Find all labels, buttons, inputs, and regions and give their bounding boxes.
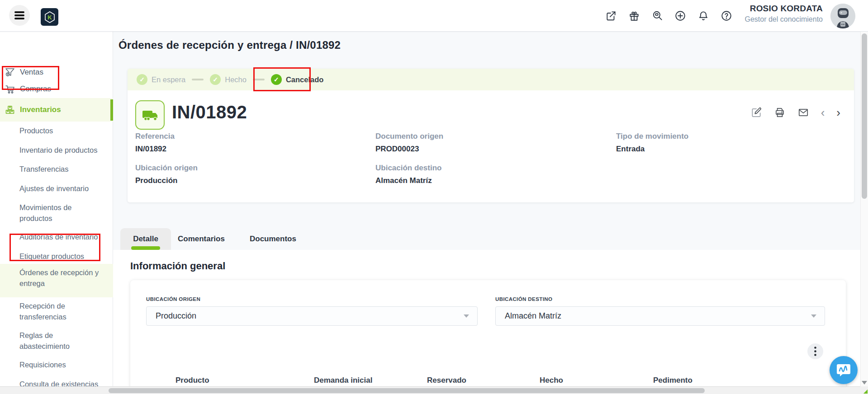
hamburger-icon — [14, 10, 24, 21]
inventory-boxes-icon — [5, 104, 15, 115]
section-heading: Información general — [130, 260, 225, 272]
vertical-scrollbar[interactable] — [860, 32, 868, 386]
tab-label: Documentos — [250, 235, 296, 244]
sidebar-item-ordenes-de-recepcion-y-entrega[interactable]: Órdenes de recepción y entrega — [19, 267, 100, 289]
tab-label: Comentarios — [178, 235, 225, 244]
field-value: Producción — [135, 176, 178, 185]
scroll-down-arrow-icon[interactable] — [862, 381, 867, 385]
sidebar-item-label: Ventas — [20, 68, 43, 77]
breadcrumb: Órdenes de recepción y entrega / IN/0189… — [119, 39, 341, 52]
status-step-label: Hecho — [225, 75, 247, 84]
sidebar-item-label: Productos — [19, 127, 53, 135]
sidebar-item-label: Transferencias — [19, 165, 69, 173]
cart-icon — [5, 84, 15, 94]
user-block[interactable]: ROSIO KORDATA Gestor del conocimiento — [651, 4, 823, 23]
hexagon-logo-icon: K — [43, 10, 57, 24]
sidebar-item-auditorias-de-inventario[interactable]: Auditorías de inventario — [19, 231, 108, 242]
top-bar: K ROSIO KORDATA Gestor del conocimiento — [0, 0, 868, 32]
user-name: ROSIO KORDATA — [651, 4, 823, 14]
tab-documentos[interactable]: Documentos — [250, 228, 296, 250]
horizontal-scrollbar[interactable] — [0, 386, 868, 394]
sidebar-item-label: Inventarios — [20, 105, 61, 114]
hamburger-menu-button[interactable] — [9, 5, 30, 26]
check-icon: ✓ — [137, 74, 147, 85]
truck-icon-badge — [135, 100, 165, 130]
sidebar-item-label: Auditorías de inventario — [19, 233, 98, 241]
avatar[interactable] — [830, 4, 855, 28]
field-label: Referencia — [135, 132, 175, 141]
sidebar-item-label: Órdenes de recepción y entrega — [19, 268, 99, 287]
field-label: Tipo de movimiento — [616, 132, 688, 141]
kebab-menu-icon — [814, 347, 816, 356]
sidebar-item-productos[interactable]: Productos — [19, 125, 102, 136]
more-options-button[interactable] — [807, 343, 823, 359]
order-card: ✓ En espera ✓ Hecho ✓ Cancelado IN/01892 — [128, 69, 854, 202]
edit-icon[interactable] — [750, 107, 762, 118]
table-header-reservado: Reservado — [427, 376, 466, 385]
truck-icon — [141, 106, 160, 125]
email-icon[interactable] — [797, 107, 809, 118]
sidebar-item-label: Inventario de productos — [19, 146, 97, 154]
ubicacion-destino-select[interactable]: Almacén Matríz — [495, 306, 825, 326]
field-value: Entrada — [616, 145, 645, 154]
sidebar-item-label: Movimientos de productos — [19, 203, 72, 222]
step-divider — [192, 79, 204, 80]
next-record-icon[interactable]: › — [836, 107, 840, 118]
sidebar: Ventas Compras Inventarios Productos Inv… — [0, 32, 113, 394]
status-step-hecho[interactable]: ✓ Hecho — [210, 74, 247, 85]
select-value: Almacén Matríz — [505, 311, 811, 321]
tab-label: Detalle — [133, 235, 158, 244]
chevron-down-icon — [464, 314, 469, 318]
select-label: UBICACIÓN DESTINO — [495, 296, 552, 302]
robot-avatar-icon — [830, 4, 855, 28]
status-step-en-espera[interactable]: ✓ En espera — [137, 74, 185, 85]
field-value: PROD00023 — [375, 145, 419, 154]
status-step-label: En espera — [152, 75, 185, 84]
status-step-cancelado[interactable]: ✓ Cancelado — [271, 74, 323, 85]
table-header-pedimento: Pedimento — [653, 376, 693, 385]
sidebar-item-recepcion-de-transferencias[interactable]: Recepción de transferencias — [19, 300, 87, 322]
sidebar-item-etiquetar-productos[interactable]: Etiquetar productos — [19, 251, 102, 262]
scrollbar-corner — [860, 386, 868, 394]
status-stepper: ✓ En espera ✓ Hecho ✓ Cancelado — [128, 69, 854, 90]
table-header-producto: Producto — [175, 376, 209, 385]
sidebar-item-label: Requisiciones — [19, 361, 66, 369]
check-icon: ✓ — [271, 74, 282, 85]
funnel-dollar-icon — [5, 67, 15, 78]
active-tab-underline — [131, 246, 160, 250]
external-link-icon[interactable] — [605, 10, 617, 22]
card-actions: ‹ › — [750, 107, 840, 118]
sidebar-item-movimientos-de-productos[interactable]: Movimientos de productos — [19, 202, 96, 224]
status-step-label: Cancelado — [286, 75, 323, 84]
sidebar-item-compras[interactable]: Compras — [0, 81, 113, 97]
sidebar-item-label: Ajustes de inventario — [19, 184, 89, 192]
sidebar-item-ventas[interactable]: Ventas — [0, 64, 113, 80]
sidebar-item-label: Compras — [20, 84, 51, 94]
sidebar-item-requisiciones[interactable]: Requisiciones — [19, 359, 102, 370]
app-logo[interactable]: K — [41, 8, 58, 26]
tab-comentarios[interactable]: Comentarios — [178, 228, 225, 250]
chat-bubble-icon — [835, 362, 852, 378]
gift-icon[interactable] — [628, 10, 640, 22]
horizontal-scrollbar-thumb[interactable] — [109, 388, 705, 393]
vertical-scrollbar-thumb[interactable] — [862, 33, 867, 199]
chevron-down-icon — [811, 314, 816, 318]
sidebar-item-transferencias[interactable]: Transferencias — [19, 164, 102, 174]
ubicacion-origen-select[interactable]: Producción — [146, 306, 478, 326]
sidebar-item-label: Reglas de abastecimiento — [19, 331, 70, 350]
sidebar-item-label: Etiquetar productos — [19, 252, 84, 260]
table-header-demanda-inicial: Demanda inicial — [314, 376, 372, 385]
select-value: Producción — [156, 311, 464, 321]
previous-record-icon[interactable]: ‹ — [821, 107, 825, 118]
sidebar-item-inventarios[interactable]: Inventarios — [0, 98, 113, 122]
sidebar-item-reglas-de-abastecimiento[interactable]: Reglas de abastecimiento — [19, 330, 87, 352]
chat-widget-button[interactable] — [830, 356, 858, 384]
sidebar-item-label: Recepción de transferencias — [19, 302, 66, 321]
sidebar-item-ajustes-de-inventario[interactable]: Ajustes de inventario — [19, 183, 102, 194]
select-label: UBICACIÓN ORIGEN — [146, 296, 200, 302]
field-value: IN/01892 — [135, 145, 166, 154]
sidebar-item-inventario-de-productos[interactable]: Inventario de productos — [19, 145, 102, 155]
svg-text:K: K — [47, 14, 52, 21]
print-icon[interactable] — [774, 107, 786, 118]
field-label: Ubicación destino — [375, 164, 441, 173]
